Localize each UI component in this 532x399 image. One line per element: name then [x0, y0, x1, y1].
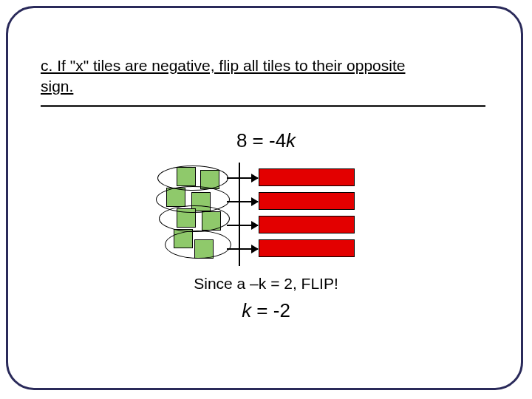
title-underline-rule [41, 105, 485, 107]
equation-top-lhs: 8 = -4 [236, 129, 286, 151]
group-oval [159, 205, 230, 232]
negative-k-tile [259, 192, 355, 210]
rule-text: c. If "x" tiles are negative, flip all t… [41, 55, 469, 98]
negative-k-tile [259, 216, 355, 233]
tile-diagram [151, 163, 388, 266]
rule-text-line1: c. If "x" tiles are negative, flip all t… [41, 57, 405, 74]
rule-text-line2: sign. [41, 78, 73, 95]
equation-top: 8 = -4k [0, 129, 532, 152]
arrow-icon [227, 201, 258, 202]
equation-top-var: k [286, 129, 296, 151]
since-line: Since a –k = 2, FLIP! [0, 275, 532, 293]
result-var: k [242, 299, 251, 321]
arrow-icon [227, 177, 258, 179]
negative-k-tile [259, 239, 355, 257]
group-oval [165, 231, 231, 259]
result-line: k = -2 [0, 299, 532, 322]
arrow-icon [227, 225, 258, 226]
result-rest: = -2 [251, 299, 290, 321]
arrow-icon [227, 248, 258, 250]
negative-k-tile [259, 168, 355, 186]
